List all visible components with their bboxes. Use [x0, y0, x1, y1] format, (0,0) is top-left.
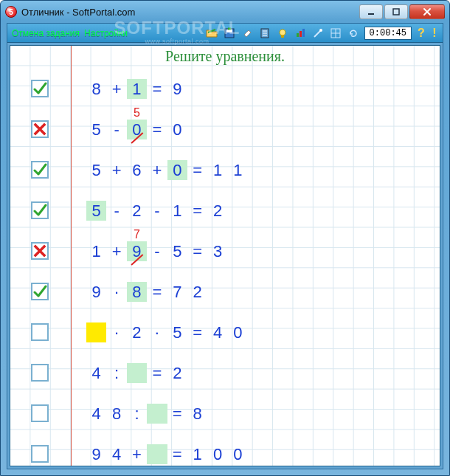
cancel-task-link[interactable]: Отмена задания — [12, 28, 80, 38]
answer-cell[interactable]: 0 — [167, 160, 187, 180]
equation-cell: 1 — [207, 160, 227, 180]
equation-row: 5+6+0=11 — [10, 149, 440, 190]
equation-rows: 8+1=95-05=05+6+0=115-2-1=21+97-5=39·8=72… — [10, 68, 440, 466]
status-checkbox[interactable] — [31, 201, 49, 219]
save-icon[interactable] — [223, 27, 236, 40]
status-checkbox[interactable] — [31, 404, 49, 422]
equation-cell: = — [167, 444, 187, 464]
svg-rect-10 — [297, 33, 299, 37]
eraser-icon[interactable] — [240, 27, 254, 40]
answer-cell[interactable]: 05 — [127, 120, 147, 139]
answer-cell[interactable]: 1 — [127, 79, 147, 99]
answer-cell[interactable]: 97 — [127, 241, 147, 261]
equation-cell: 8 — [187, 404, 207, 424]
status-checkbox[interactable] — [31, 161, 49, 179]
svg-rect-11 — [300, 31, 302, 37]
worksheet: Решите уравнения. 8+1=95-05=05+6+0=115-2… — [10, 45, 440, 466]
equation-row: 4:=2 — [10, 352, 440, 393]
equation-cell: + — [106, 160, 126, 180]
close-button[interactable] — [409, 4, 445, 19]
equation-cell: 2 — [127, 201, 147, 221]
equation-cell: 5 — [167, 322, 187, 342]
help-icon[interactable]: ? — [416, 27, 426, 40]
svg-rect-1 — [393, 9, 399, 15]
about-icon[interactable]: ! — [431, 27, 438, 40]
equation-cell: 9 — [86, 444, 106, 464]
equation-cell: · — [106, 282, 126, 302]
equation-cell: 2 — [127, 322, 147, 342]
answer-cell[interactable] — [86, 322, 106, 342]
equation: 5-2-1=2 — [86, 201, 228, 221]
lightbulb-icon[interactable] — [276, 27, 289, 40]
equation: ·2·5=40 — [86, 322, 248, 342]
titlebar[interactable]: 5 Отличник - SoftPortal.com — [1, 1, 449, 23]
equation-cell: 1 — [86, 241, 106, 261]
equation-cell: 5 — [86, 120, 106, 139]
timer-display: 0:00:45 — [364, 27, 412, 40]
status-checkbox[interactable] — [31, 80, 49, 97]
equation-cell: = — [187, 241, 207, 261]
status-checkbox[interactable] — [31, 283, 49, 300]
window-title: Отличник - SoftPortal.com — [21, 7, 359, 18]
equation-cell: 0 — [167, 120, 187, 139]
toolbar: SOFTPORTAL www.softportal.com Отмена зад… — [7, 24, 443, 43]
minimize-button[interactable] — [359, 4, 383, 19]
equation-row: 9·8=72 — [10, 271, 440, 311]
status-checkbox[interactable] — [31, 242, 49, 260]
equation-cell: 0 — [228, 444, 248, 464]
answer-cell[interactable] — [147, 444, 167, 464]
answer-cell[interactable] — [147, 404, 167, 424]
status-checkbox[interactable] — [31, 364, 49, 382]
equation-cell: = — [147, 79, 167, 99]
svg-rect-12 — [302, 29, 305, 37]
equation-cell: - — [106, 120, 126, 139]
equation-cell: 5 — [86, 160, 106, 180]
answer-cell[interactable]: 8 — [127, 282, 147, 302]
answer-cell[interactable] — [127, 363, 147, 383]
equation-cell: - — [147, 241, 167, 261]
equation-cell: 2 — [187, 282, 207, 302]
window-controls — [359, 4, 445, 19]
equation: 5-05=0 — [86, 120, 187, 139]
equation-cell: + — [127, 444, 147, 464]
maximize-button[interactable] — [384, 4, 408, 19]
equation-cell: + — [106, 241, 126, 261]
equation-cell: 8 — [106, 404, 126, 424]
status-checkbox[interactable] — [31, 120, 49, 138]
equation-cell: 2 — [167, 363, 187, 383]
equation-cell: 9 — [167, 79, 187, 99]
svg-point-13 — [319, 29, 322, 32]
open-file-icon[interactable] — [205, 27, 218, 40]
svg-point-8 — [280, 30, 285, 35]
equation: 4:=2 — [86, 363, 187, 383]
equation-cell: 3 — [207, 241, 227, 261]
equation-cell: = — [147, 282, 167, 302]
strikethrough — [131, 254, 143, 265]
svg-rect-9 — [281, 35, 284, 38]
equation-row: 1+97-5=3 — [10, 230, 440, 271]
app-body: SOFTPORTAL www.softportal.com Отмена зад… — [7, 23, 443, 469]
equation-row: 5-05=0 — [10, 108, 440, 149]
refresh-icon[interactable] — [347, 27, 360, 40]
equation-cell: = — [147, 363, 167, 383]
equation: 8+1=9 — [86, 79, 187, 99]
equation-cell: 5 — [167, 241, 187, 261]
status-checkbox[interactable] — [31, 323, 49, 341]
settings-link[interactable]: Настройки — [84, 28, 128, 38]
equation-cell: - — [147, 201, 167, 221]
answer-cell[interactable]: 5 — [86, 201, 106, 221]
wand-icon[interactable] — [311, 27, 325, 40]
equation-cell: 0 — [207, 444, 227, 464]
correction-value: 5 — [127, 106, 147, 120]
chart-icon[interactable] — [294, 27, 307, 40]
equation-cell: = — [147, 120, 167, 139]
strikethrough — [131, 132, 143, 143]
equation-row: 8+1=9 — [10, 68, 440, 108]
worksheet-heading: Решите уравнения. — [10, 48, 440, 65]
equation-cell: 4 — [106, 444, 126, 464]
equation-cell: : — [106, 363, 126, 383]
status-checkbox[interactable] — [31, 445, 49, 463]
equation-cell: = — [187, 160, 207, 180]
grid-icon[interactable] — [329, 27, 342, 40]
calculator-icon[interactable] — [258, 27, 271, 40]
